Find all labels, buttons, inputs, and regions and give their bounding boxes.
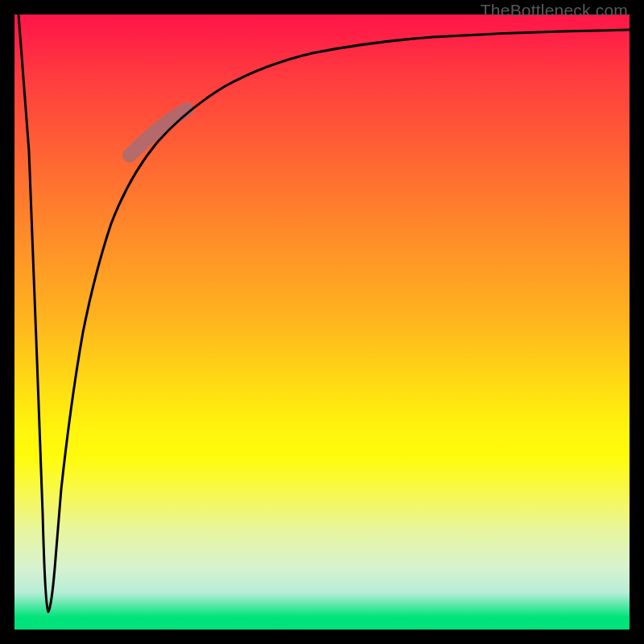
curve-svg — [14, 14, 630, 630]
chart-frame: TheBottleneck.com — [0, 0, 644, 644]
plot-area — [14, 14, 630, 630]
bottleneck-curve — [19, 14, 630, 612]
watermark-text: TheBottleneck.com — [481, 1, 628, 20]
highlight-segment — [130, 109, 187, 155]
